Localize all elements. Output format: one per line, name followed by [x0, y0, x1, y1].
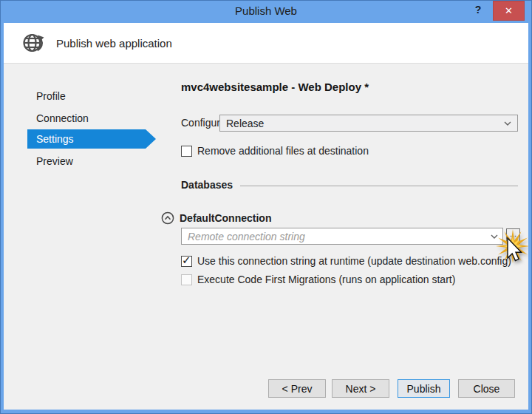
use-connection-string-checkbox[interactable]: ✓ Use this connection string at runtime … — [181, 255, 511, 267]
checkbox-unchecked[interactable] — [181, 146, 192, 157]
checkmark-icon: ✓ — [182, 254, 191, 267]
sidebar-item-connection[interactable]: Connection — [27, 109, 146, 128]
connection-name: DefaultConnection — [180, 212, 271, 224]
code-first-migrations-label: Execute Code First Migrations (runs on a… — [197, 274, 455, 285]
checkbox-checked[interactable]: ✓ — [181, 256, 192, 267]
configuration-value: Release — [226, 118, 504, 129]
publish-web-dialog: Publish Web ? ✕ Publish web application … — [0, 0, 532, 414]
collapse-chevron-up-icon[interactable] — [161, 211, 174, 225]
use-connection-string-label: Use this connection string at runtime (u… — [197, 255, 511, 267]
window-title: Publish Web — [1, 4, 531, 17]
prev-button[interactable]: < Prev — [268, 379, 326, 398]
chevron-down-icon — [491, 234, 498, 239]
publish-button[interactable]: Publish — [398, 379, 450, 398]
databases-title: Databases — [181, 179, 233, 191]
code-first-migrations-checkbox: Execute Code First Migrations (runs on a… — [181, 274, 455, 285]
connection-string-input[interactable] — [188, 231, 491, 242]
titlebar: Publish Web ? ✕ — [1, 1, 531, 23]
connection-string-combobox[interactable] — [181, 228, 503, 245]
checkbox-disabled — [181, 274, 192, 285]
browse-connection-button[interactable]: ... — [506, 228, 520, 244]
remove-files-label: Remove additional files at destination — [197, 145, 369, 157]
dialog-header: Publish web application — [4, 23, 528, 64]
help-button[interactable]: ? — [471, 4, 485, 20]
dialog-body: Profile Connection Settings Preview mvc4… — [4, 64, 528, 410]
databases-section-header: Databases — [181, 179, 518, 191]
close-button[interactable]: Close — [458, 379, 515, 398]
sidebar-item-settings[interactable]: Settings — [27, 129, 146, 149]
default-connection-header: DefaultConnection — [161, 211, 271, 225]
section-divider — [240, 186, 518, 186]
globe-arrow-icon — [21, 30, 47, 55]
profile-heading: mvc4websitesample - Web Deploy * — [181, 81, 369, 93]
remove-files-checkbox[interactable]: Remove additional files at destination — [181, 145, 369, 157]
configuration-dropdown[interactable]: Release — [219, 115, 518, 132]
close-window-button[interactable]: ✕ — [493, 1, 525, 21]
page-title: Publish web application — [56, 37, 172, 50]
sidebar-item-profile[interactable]: Profile — [27, 86, 146, 106]
sidebar-item-preview[interactable]: Preview — [27, 152, 146, 171]
chevron-down-icon — [504, 121, 511, 126]
next-button[interactable]: Next > — [332, 379, 389, 398]
